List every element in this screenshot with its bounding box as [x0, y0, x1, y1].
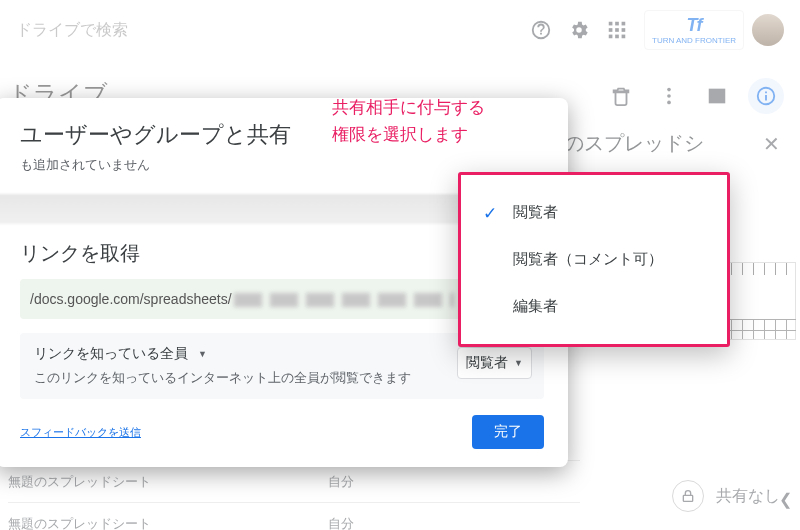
link-scope-desc: このリンクを知っているインターネット上の全員が閲覧できます — [34, 369, 530, 387]
role-dropdown-button[interactable]: 閲覧者 — [457, 347, 532, 379]
role-option-commenter[interactable]: 閲覧者（コメント可） — [479, 236, 709, 283]
redacted-url — [234, 293, 454, 307]
link-scope-select[interactable]: リンクを知っている全員 — [34, 345, 530, 363]
role-option-editor[interactable]: 編集者 — [479, 283, 709, 330]
annotation-callout: 共有相手に付与する 権限を選択します — [332, 94, 485, 148]
done-button[interactable]: 完了 — [472, 415, 544, 449]
feedback-link[interactable]: スフィードバックを送信 — [20, 425, 141, 440]
link-url-box[interactable]: /docs.google.com/spreadsheets/ — [20, 279, 504, 319]
role-menu: 閲覧者 閲覧者（コメント可） 編集者 — [458, 172, 730, 347]
role-option-viewer[interactable]: 閲覧者 — [479, 189, 709, 236]
